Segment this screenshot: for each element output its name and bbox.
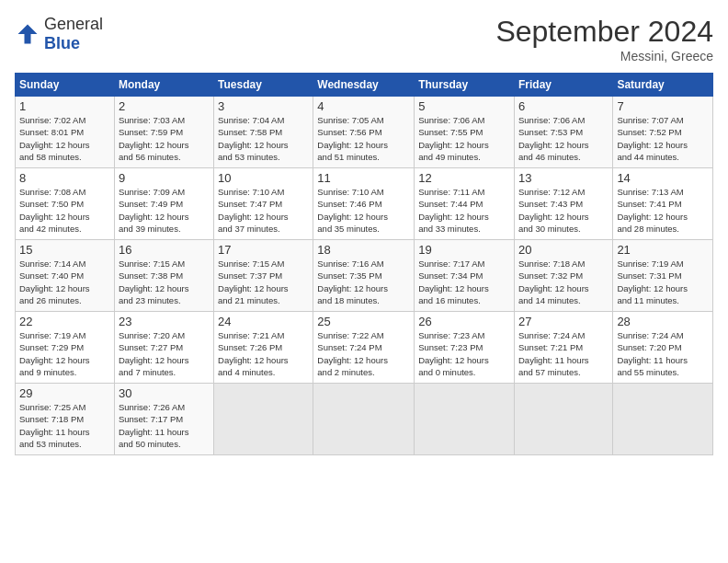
logo: General Blue bbox=[15, 15, 103, 53]
day-detail: Sunrise: 7:18 AM Sunset: 7:32 PM Dayligh… bbox=[518, 258, 609, 306]
day-number: 20 bbox=[518, 243, 609, 257]
day-cell: 23Sunrise: 7:20 AM Sunset: 7:27 PM Dayli… bbox=[114, 312, 213, 384]
title-area: September 2024 Messini, Greece bbox=[495, 15, 713, 63]
day-number: 12 bbox=[418, 171, 510, 185]
day-detail: Sunrise: 7:07 AM Sunset: 7:52 PM Dayligh… bbox=[617, 114, 709, 163]
day-number: 19 bbox=[418, 243, 510, 257]
day-detail: Sunrise: 7:06 AM Sunset: 7:53 PM Dayligh… bbox=[518, 114, 609, 163]
day-cell: 22Sunrise: 7:19 AM Sunset: 7:29 PM Dayli… bbox=[16, 312, 115, 384]
day-cell bbox=[613, 384, 713, 455]
day-cell: 10Sunrise: 7:10 AM Sunset: 7:47 PM Dayli… bbox=[214, 168, 313, 240]
logo-blue: Blue bbox=[44, 34, 80, 52]
day-number: 11 bbox=[317, 171, 410, 185]
week-row-4: 22Sunrise: 7:19 AM Sunset: 7:29 PM Dayli… bbox=[16, 312, 713, 384]
day-number: 9 bbox=[119, 171, 210, 185]
day-cell: 3Sunrise: 7:04 AM Sunset: 7:58 PM Daylig… bbox=[214, 97, 313, 168]
svg-marker-0 bbox=[18, 25, 38, 44]
day-cell: 29Sunrise: 7:25 AM Sunset: 7:18 PM Dayli… bbox=[16, 384, 115, 455]
day-detail: Sunrise: 7:05 AM Sunset: 7:56 PM Dayligh… bbox=[317, 114, 410, 163]
week-row-2: 8Sunrise: 7:08 AM Sunset: 7:50 PM Daylig… bbox=[16, 168, 713, 240]
day-cell: 14Sunrise: 7:13 AM Sunset: 7:41 PM Dayli… bbox=[613, 168, 713, 240]
week-row-1: 1Sunrise: 7:02 AM Sunset: 8:01 PM Daylig… bbox=[16, 97, 713, 168]
day-detail: Sunrise: 7:26 AM Sunset: 7:17 PM Dayligh… bbox=[119, 401, 210, 450]
day-cell bbox=[214, 384, 313, 455]
calendar-header: SundayMondayTuesdayWednesdayThursdayFrid… bbox=[16, 74, 713, 97]
day-cell: 13Sunrise: 7:12 AM Sunset: 7:43 PM Dayli… bbox=[514, 168, 612, 240]
day-detail: Sunrise: 7:10 AM Sunset: 7:46 PM Dayligh… bbox=[317, 186, 410, 235]
day-number: 23 bbox=[119, 315, 210, 328]
day-detail: Sunrise: 7:03 AM Sunset: 7:59 PM Dayligh… bbox=[119, 114, 210, 163]
header-thursday: Thursday bbox=[415, 74, 515, 97]
day-cell bbox=[313, 384, 415, 455]
day-number: 1 bbox=[19, 99, 110, 113]
day-detail: Sunrise: 7:16 AM Sunset: 7:35 PM Dayligh… bbox=[317, 258, 410, 306]
day-cell: 21Sunrise: 7:19 AM Sunset: 7:31 PM Dayli… bbox=[613, 240, 713, 312]
day-cell: 26Sunrise: 7:23 AM Sunset: 7:23 PM Dayli… bbox=[415, 312, 515, 384]
day-cell bbox=[415, 384, 515, 455]
day-detail: Sunrise: 7:08 AM Sunset: 7:50 PM Dayligh… bbox=[19, 186, 110, 235]
day-number: 7 bbox=[617, 99, 709, 113]
header-monday: Monday bbox=[114, 74, 213, 97]
day-cell: 16Sunrise: 7:15 AM Sunset: 7:38 PM Dayli… bbox=[114, 240, 213, 312]
day-number: 24 bbox=[218, 315, 309, 328]
day-cell: 9Sunrise: 7:09 AM Sunset: 7:49 PM Daylig… bbox=[114, 168, 213, 240]
day-detail: Sunrise: 7:15 AM Sunset: 7:37 PM Dayligh… bbox=[218, 258, 309, 306]
day-cell: 30Sunrise: 7:26 AM Sunset: 7:17 PM Dayli… bbox=[114, 384, 213, 455]
logo-text: General Blue bbox=[44, 15, 103, 53]
day-detail: Sunrise: 7:06 AM Sunset: 7:55 PM Dayligh… bbox=[418, 114, 510, 163]
week-row-5: 29Sunrise: 7:25 AM Sunset: 7:18 PM Dayli… bbox=[16, 384, 713, 455]
day-number: 30 bbox=[119, 386, 210, 400]
day-cell: 15Sunrise: 7:14 AM Sunset: 7:40 PM Dayli… bbox=[16, 240, 115, 312]
header-sunday: Sunday bbox=[16, 74, 115, 97]
day-detail: Sunrise: 7:25 AM Sunset: 7:18 PM Dayligh… bbox=[19, 401, 110, 450]
day-detail: Sunrise: 7:04 AM Sunset: 7:58 PM Dayligh… bbox=[218, 114, 309, 163]
day-detail: Sunrise: 7:13 AM Sunset: 7:41 PM Dayligh… bbox=[617, 186, 709, 235]
day-number: 27 bbox=[518, 315, 609, 328]
day-number: 21 bbox=[617, 243, 709, 257]
day-cell: 20Sunrise: 7:18 AM Sunset: 7:32 PM Dayli… bbox=[514, 240, 612, 312]
day-detail: Sunrise: 7:17 AM Sunset: 7:34 PM Dayligh… bbox=[418, 258, 510, 306]
calendar-body: 1Sunrise: 7:02 AM Sunset: 8:01 PM Daylig… bbox=[16, 97, 713, 455]
day-detail: Sunrise: 7:19 AM Sunset: 7:29 PM Dayligh… bbox=[19, 329, 110, 378]
day-number: 25 bbox=[317, 315, 410, 328]
day-number: 5 bbox=[418, 99, 510, 113]
day-number: 16 bbox=[119, 243, 210, 257]
day-number: 18 bbox=[317, 243, 410, 257]
day-detail: Sunrise: 7:24 AM Sunset: 7:21 PM Dayligh… bbox=[518, 329, 609, 378]
day-detail: Sunrise: 7:09 AM Sunset: 7:49 PM Dayligh… bbox=[119, 186, 210, 235]
day-cell: 28Sunrise: 7:24 AM Sunset: 7:20 PM Dayli… bbox=[613, 312, 713, 384]
day-number: 22 bbox=[19, 315, 110, 328]
day-cell: 5Sunrise: 7:06 AM Sunset: 7:55 PM Daylig… bbox=[415, 97, 515, 168]
day-number: 6 bbox=[518, 99, 609, 113]
logo-icon bbox=[15, 21, 40, 47]
day-number: 10 bbox=[218, 171, 309, 185]
day-cell: 6Sunrise: 7:06 AM Sunset: 7:53 PM Daylig… bbox=[514, 97, 612, 168]
day-detail: Sunrise: 7:22 AM Sunset: 7:24 PM Dayligh… bbox=[317, 329, 410, 378]
day-cell: 12Sunrise: 7:11 AM Sunset: 7:44 PM Dayli… bbox=[415, 168, 515, 240]
day-cell: 2Sunrise: 7:03 AM Sunset: 7:59 PM Daylig… bbox=[114, 97, 213, 168]
header-saturday: Saturday bbox=[613, 74, 713, 97]
day-detail: Sunrise: 7:19 AM Sunset: 7:31 PM Dayligh… bbox=[617, 258, 709, 306]
day-cell: 24Sunrise: 7:21 AM Sunset: 7:26 PM Dayli… bbox=[214, 312, 313, 384]
day-cell: 7Sunrise: 7:07 AM Sunset: 7:52 PM Daylig… bbox=[613, 97, 713, 168]
day-detail: Sunrise: 7:24 AM Sunset: 7:20 PM Dayligh… bbox=[617, 329, 709, 378]
day-cell bbox=[514, 384, 612, 455]
day-number: 13 bbox=[518, 171, 609, 185]
day-number: 3 bbox=[218, 99, 309, 113]
day-number: 2 bbox=[119, 99, 210, 113]
day-detail: Sunrise: 7:02 AM Sunset: 8:01 PM Dayligh… bbox=[19, 114, 110, 163]
day-detail: Sunrise: 7:23 AM Sunset: 7:23 PM Dayligh… bbox=[418, 329, 510, 378]
day-number: 17 bbox=[218, 243, 309, 257]
day-detail: Sunrise: 7:15 AM Sunset: 7:38 PM Dayligh… bbox=[119, 258, 210, 306]
day-detail: Sunrise: 7:10 AM Sunset: 7:47 PM Dayligh… bbox=[218, 186, 309, 235]
day-cell: 19Sunrise: 7:17 AM Sunset: 7:34 PM Dayli… bbox=[415, 240, 515, 312]
day-detail: Sunrise: 7:14 AM Sunset: 7:40 PM Dayligh… bbox=[19, 258, 110, 306]
day-cell: 25Sunrise: 7:22 AM Sunset: 7:24 PM Dayli… bbox=[313, 312, 415, 384]
day-cell: 17Sunrise: 7:15 AM Sunset: 7:37 PM Dayli… bbox=[214, 240, 313, 312]
week-row-3: 15Sunrise: 7:14 AM Sunset: 7:40 PM Dayli… bbox=[16, 240, 713, 312]
day-cell: 11Sunrise: 7:10 AM Sunset: 7:46 PM Dayli… bbox=[313, 168, 415, 240]
day-number: 14 bbox=[617, 171, 709, 185]
day-cell: 8Sunrise: 7:08 AM Sunset: 7:50 PM Daylig… bbox=[16, 168, 115, 240]
day-number: 26 bbox=[418, 315, 510, 328]
day-number: 28 bbox=[617, 315, 709, 328]
